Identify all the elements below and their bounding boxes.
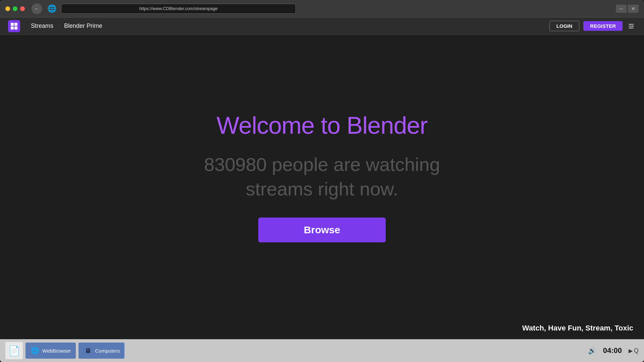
minimize-button[interactable] <box>5 6 10 11</box>
close-button[interactable] <box>20 6 25 11</box>
viewer-count-line2: streams right now. <box>246 178 398 199</box>
svg-point-9 <box>630 27 631 28</box>
browse-button[interactable]: Browse <box>258 218 386 242</box>
webbrowser-taskbar-item[interactable]: 🌐 WebBrowser <box>25 343 76 359</box>
globe-icon: 🌐 <box>46 3 57 14</box>
maximize-button[interactable] <box>13 6 17 11</box>
browser-navbar: Streams Blender Prime LOGIN REGISTER <box>0 17 644 35</box>
webbrowser-icon: 🌐 <box>30 346 40 355</box>
blender-prime-nav-link[interactable]: Blender Prime <box>64 22 102 29</box>
back-arrow-icon: ← <box>34 6 40 12</box>
url-bar[interactable]: https://www.CDBlender.com/streampage <box>61 4 296 14</box>
nav-right: LOGIN REGISTER <box>549 21 636 31</box>
win-close-button[interactable]: ✕ <box>628 5 639 13</box>
register-button[interactable]: REGISTER <box>583 21 623 31</box>
back-button[interactable]: ← <box>32 3 42 14</box>
volume-icon[interactable]: 🔊 <box>588 347 596 355</box>
taskbar-search[interactable]: ▶ Q <box>629 347 639 354</box>
tagline: Watch, Have Fun, Stream, Toxic <box>522 324 633 333</box>
svg-rect-0 <box>11 23 14 26</box>
taskbar-right: 🔊 04:00 ▶ Q <box>588 346 639 355</box>
streams-nav-link[interactable]: Streams <box>31 22 53 29</box>
svg-rect-3 <box>14 26 17 29</box>
window-controls: ─ ✕ <box>616 5 639 13</box>
win-minimize-button[interactable]: ─ <box>616 5 627 13</box>
svg-point-7 <box>630 23 631 25</box>
logo-svg <box>10 22 18 30</box>
title-bar: ← 🌐 https://www.CDBlender.com/streampage… <box>0 0 644 17</box>
url-text: https://www.CDBlender.com/streampage <box>139 6 217 11</box>
webbrowser-label: WebBrowser <box>42 348 71 354</box>
search-arrow-icon: ▶ <box>629 348 633 354</box>
welcome-title: Welcome to Blender <box>217 112 428 139</box>
document-icon: 📄 <box>8 345 20 356</box>
login-button[interactable]: LOGIN <box>549 21 580 31</box>
settings-icon[interactable] <box>627 21 636 31</box>
svg-rect-1 <box>14 23 17 26</box>
computers-icon: 🖥 <box>83 346 93 355</box>
traffic-lights <box>5 6 25 11</box>
taskbar-empty-icon: 📄 <box>5 342 23 359</box>
window-frame: ← 🌐 https://www.CDBlender.com/streampage… <box>0 0 644 362</box>
computers-label: Computers <box>95 348 120 354</box>
computers-taskbar-item[interactable]: 🖥 Computers <box>78 343 124 359</box>
main-content: Welcome to Blender 830980 people are wat… <box>0 35 644 339</box>
svg-point-8 <box>632 25 633 27</box>
svg-rect-2 <box>11 26 14 29</box>
logo-icon <box>8 20 20 32</box>
viewer-count-line1: 830980 people are watching <box>204 154 440 175</box>
viewer-count: 830980 people are watching streams right… <box>204 153 440 201</box>
taskbar: 📄 🌐 WebBrowser 🖥 Computers 🔊 04:00 ▶ Q <box>0 339 644 362</box>
search-q-label: Q <box>634 347 639 354</box>
clock: 04:00 <box>603 346 622 355</box>
